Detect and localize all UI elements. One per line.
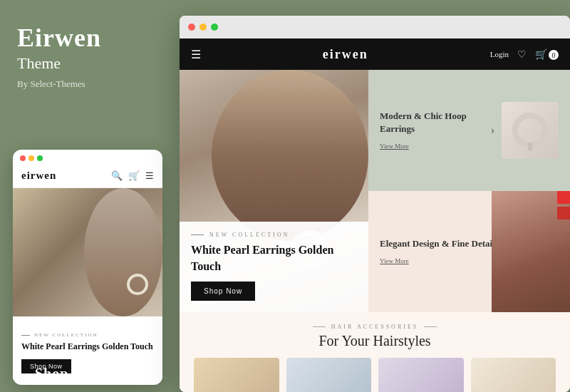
hero-product-title: White Pearl Earrings Golden Touch (191, 242, 357, 274)
browser-brand: eirwen (323, 47, 368, 62)
cart-icon[interactable]: 🛒0 (535, 48, 559, 61)
shop-now-label: Shop Now (35, 366, 103, 382)
nav-right-icons: Login ♡ 🛒0 (490, 48, 559, 61)
hero-product-card: NEW COLLECTION White Pearl Earrings Gold… (180, 222, 368, 312)
browser-dot-yellow[interactable] (200, 24, 207, 31)
mobile-mockup: eirwen 🔍 🛒 ☰ NEW COLLECTION White Pearl … (13, 150, 162, 385)
left-panel: Eirwen Theme By Select-Themes eirwen 🔍 🛒… (0, 0, 175, 392)
brand-name: Eirwen (17, 23, 157, 53)
product-card-2[interactable] (286, 358, 372, 392)
menu-icon[interactable]: ☰ (145, 170, 154, 182)
hero-right-panel: Modern & Chic Hoop Earrings View More › … (368, 70, 570, 312)
hamburger-icon[interactable]: ☰ (191, 48, 201, 61)
hero-left-panel: NEW COLLECTION White Pearl Earrings Gold… (180, 70, 368, 312)
hero-shop-button[interactable]: Shop Now (191, 282, 255, 301)
login-link[interactable]: Login (490, 50, 509, 58)
mobile-person (84, 188, 162, 316)
dot-yellow (28, 155, 34, 161)
mobile-collection-label: NEW COLLECTION (21, 332, 154, 338)
bottom-panel-link[interactable]: View More (380, 257, 409, 264)
bottom-product-panel: Elegant Design & Fine Details View More (368, 191, 570, 312)
browser-top-bar (180, 16, 570, 38)
dot-red (20, 155, 26, 161)
top-product-panel: Modern & Chic Hoop Earrings View More › (368, 70, 570, 191)
product-card-1[interactable] (194, 358, 279, 392)
hero-section: NEW COLLECTION White Pearl Earrings Gold… (180, 70, 570, 312)
accessories-label: HAIR ACCESSORIES (194, 324, 556, 330)
red-badge-top (557, 191, 570, 204)
bottom-panel-image (492, 191, 570, 312)
brand-theme: Theme (17, 54, 157, 73)
top-panel-image (502, 102, 559, 159)
top-panel-text: Modern & Chic Hoop Earrings View More (380, 110, 484, 151)
browser-window: ☰ eirwen Login ♡ 🛒0 NEW COLLECTION White… (180, 16, 570, 392)
accessories-title: For Your Hairstyles (194, 333, 556, 349)
top-panel-title: Modern & Chic Hoop Earrings (380, 110, 484, 135)
product-card-3[interactable] (378, 358, 464, 392)
top-panel-link[interactable]: View More (380, 143, 409, 150)
mobile-content: NEW COLLECTION White Pearl Earrings Gold… (13, 188, 162, 381)
mobile-product-title: White Pearl Earrings Golden Touch (21, 341, 154, 353)
mobile-hero-image (13, 188, 162, 316)
wishlist-icon[interactable]: ♡ (517, 48, 527, 61)
search-icon[interactable]: 🔍 (111, 170, 123, 182)
accessories-section: HAIR ACCESSORIES For Your Hairstyles (180, 312, 570, 392)
cart-badge: 0 (549, 50, 559, 60)
hoop-earring-display (512, 113, 548, 148)
product-grid (194, 358, 556, 392)
product-card-4[interactable] (471, 358, 556, 392)
browser-nav: ☰ eirwen Login ♡ 🛒0 (180, 38, 570, 70)
arrow-icon: › (491, 124, 494, 137)
mobile-dots (13, 150, 162, 167)
browser-dot-green[interactable] (211, 24, 218, 31)
mobile-earring-display (127, 274, 148, 295)
mobile-brand: eirwen (21, 170, 56, 182)
hero-person-image (212, 70, 368, 241)
brand-by: By Select-Themes (17, 78, 157, 90)
mobile-nav-icons: 🔍 🛒 ☰ (111, 170, 154, 182)
new-collection-badge: NEW COLLECTION (191, 232, 357, 238)
browser-dot-red[interactable] (188, 24, 195, 31)
cart-icon[interactable]: 🛒 (128, 170, 140, 182)
mobile-header: eirwen 🔍 🛒 ☰ (13, 167, 162, 188)
red-badge-bottom (557, 207, 570, 220)
dot-green (37, 155, 43, 161)
